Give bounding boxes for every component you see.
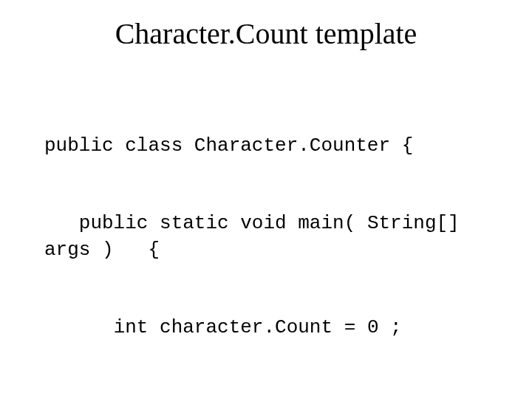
code-line-2: public static void main( String[] args )…: [44, 211, 502, 262]
slide-title: Character.Count template: [0, 16, 532, 51]
code-line-blank-1: [44, 392, 502, 399]
code-block: public class Character.Counter { public …: [44, 81, 502, 399]
slide: Character.Count template public class Ch…: [0, 0, 532, 399]
code-line-1: public class Character.Counter {: [44, 133, 502, 159]
code-line-3: int character.Count = 0 ;: [44, 315, 502, 341]
